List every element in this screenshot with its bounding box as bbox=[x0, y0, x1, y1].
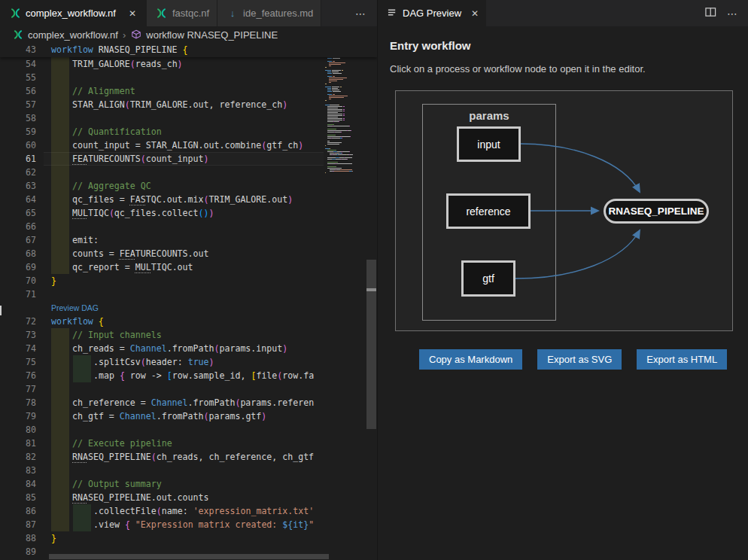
overview-ruler-cursor-mark bbox=[366, 288, 376, 291]
code-line[interactable]: 62 bbox=[0, 166, 324, 179]
code-line[interactable]: 59// Quantification bbox=[0, 125, 324, 138]
code-editor[interactable]: 43workflow RNASEQ_PIPELINE { 54TRIM_GALO… bbox=[0, 43, 377, 560]
code-line[interactable]: 66 bbox=[0, 220, 324, 233]
code-line[interactable]: 84// Output summary bbox=[0, 477, 324, 491]
dag-diagram: params input reference gtf RNASEQ_PIPELI… bbox=[395, 90, 733, 331]
codelens-preview-dag[interactable]: Preview DAG bbox=[51, 303, 99, 312]
panel-heading: Entry workflow bbox=[390, 39, 471, 52]
code-line[interactable]: 61FEATURECOUNTS(count_input) bbox=[0, 152, 324, 166]
breadcrumb: complex_workflow.nf › workflow RNASEQ_PI… bbox=[0, 26, 377, 43]
code-line[interactable]: 67emit: bbox=[0, 233, 324, 247]
export-button-row: Copy as Markdown Export as SVG Export as… bbox=[419, 349, 727, 370]
code-line[interactable]: 83 bbox=[0, 464, 324, 477]
breadcrumb-file[interactable]: complex_workflow.nf bbox=[12, 29, 118, 41]
copy-as-markdown-button[interactable]: Copy as Markdown bbox=[419, 349, 522, 370]
dag-node-gtf[interactable]: gtf bbox=[461, 260, 515, 297]
editor-tab-bar: complex_workflow.nf ✕ fastqc.nf ↓ ide_fe… bbox=[0, 0, 377, 26]
code-line[interactable]: 88} bbox=[0, 531, 324, 545]
code-line[interactable]: 77 bbox=[0, 382, 324, 396]
tab-fastqc[interactable]: fastqc.nf bbox=[147, 0, 217, 26]
code-line[interactable]: 79ch_gtf = Channel.fromPath(params.gtf) bbox=[0, 409, 324, 423]
panel-more-actions-icon[interactable]: ⋯ bbox=[727, 8, 738, 20]
tab-label: DAG Preview bbox=[403, 8, 461, 19]
code-line[interactable]: 68counts = FEATURECOUNTS.out bbox=[0, 247, 324, 260]
code-line[interactable]: 82RNASEQ_PIPELINE(ch_reads, ch_reference… bbox=[0, 450, 324, 464]
code-line[interactable]: 57STAR_ALIGN(TRIM_GALORE.out, reference_… bbox=[0, 98, 324, 111]
code-line[interactable]: 78ch_reference = Channel.fromPath(params… bbox=[0, 396, 324, 409]
panel-description: Click on a process or workflow node to o… bbox=[390, 63, 646, 75]
tab-close-icon[interactable]: ✕ bbox=[126, 8, 138, 19]
export-as-svg-button[interactable]: Export as SVG bbox=[537, 349, 622, 370]
dag-node-input[interactable]: input bbox=[457, 126, 521, 162]
code-line[interactable]: 58 bbox=[0, 111, 324, 125]
code-line[interactable]: 87.view { "Expression matrix created: ${… bbox=[0, 518, 324, 531]
code-line[interactable]: 72workflow { bbox=[0, 315, 324, 328]
code-line[interactable]: 85RNASEQ_PIPELINE.out.counts bbox=[0, 491, 324, 504]
code-line[interactable]: 64qc_files = FASTQC.out.mix(TRIM_GALORE.… bbox=[0, 193, 324, 206]
tab-close-icon[interactable]: ✕ bbox=[471, 8, 479, 19]
sticky-scroll-line[interactable]: 43workflow RNASEQ_PIPELINE { bbox=[0, 43, 377, 57]
code-line[interactable]: 69qc_report = MULTIQC.out bbox=[0, 260, 324, 274]
code-line[interactable]: 73// Input channels bbox=[0, 328, 324, 342]
dag-preview-panel: DAG Preview ✕ ⋯ Entry workflow Click on … bbox=[377, 0, 748, 560]
vertical-scrollbar[interactable] bbox=[366, 43, 377, 560]
horizontal-scrollbar[interactable] bbox=[49, 554, 329, 559]
code-line[interactable]: 71 bbox=[0, 288, 324, 301]
code-line[interactable]: 81// Execute pipeline bbox=[0, 437, 324, 450]
editor-more-actions-icon[interactable]: ⋯ bbox=[355, 8, 366, 20]
nextflow-icon bbox=[12, 29, 24, 41]
split-editor-icon[interactable] bbox=[705, 7, 716, 20]
code-line[interactable]: 76.map { row -> [row.sample_id, [file(ro… bbox=[0, 369, 324, 382]
code-line[interactable]: 63// Aggregate QC bbox=[0, 179, 324, 193]
code-line[interactable]: 55 bbox=[0, 71, 324, 84]
markdown-icon: ↓ bbox=[227, 8, 239, 20]
code-line[interactable]: 65MULTIQC(qc_files.collect()) bbox=[0, 206, 324, 220]
scrollbar-thumb[interactable] bbox=[366, 260, 376, 429]
code-line[interactable]: 70} bbox=[0, 274, 324, 288]
editor-group: complex_workflow.nf ✕ fastqc.nf ↓ ide_fe… bbox=[0, 0, 377, 560]
code-line[interactable]: 75.splitCsv(header: true) bbox=[0, 355, 324, 369]
dag-node-reference[interactable]: reference bbox=[446, 193, 531, 229]
code-line[interactable]: 80 bbox=[0, 423, 324, 437]
breadcrumb-symbol[interactable]: workflow RNASEQ_PIPELINE bbox=[130, 29, 278, 41]
code-line[interactable]: 60count_input = STAR_ALIGN.out.combine(g… bbox=[0, 138, 324, 152]
dag-preview-body: Entry workflow Click on a process or wor… bbox=[378, 26, 748, 560]
dag-node-rnaseq-pipeline[interactable]: RNASEQ_PIPELINE bbox=[604, 199, 709, 224]
code-line[interactable]: 54TRIM_GALORE(reads_ch) bbox=[0, 57, 324, 71]
minimap[interactable] bbox=[324, 43, 366, 560]
preview-lines-icon bbox=[388, 8, 397, 20]
tab-dag-preview[interactable]: DAG Preview ✕ bbox=[378, 0, 486, 26]
code-line[interactable]: 74ch_reads = Channel.fromPath(params.inp… bbox=[0, 342, 324, 355]
panel-tab-bar: DAG Preview ✕ ⋯ bbox=[378, 0, 748, 26]
tab-label: ide_features.md bbox=[243, 8, 313, 19]
breadcrumb-separator: › bbox=[123, 29, 126, 41]
symbol-module-icon bbox=[130, 29, 142, 41]
tab-label: complex_workflow.nf bbox=[26, 8, 116, 19]
nextflow-icon bbox=[9, 8, 21, 20]
tab-ide-features[interactable]: ↓ ide_features.md bbox=[217, 0, 321, 26]
code-line[interactable]: 56// Alignment bbox=[0, 84, 324, 98]
left-edge-artifact bbox=[0, 306, 2, 315]
tab-label: fastqc.nf bbox=[172, 8, 209, 19]
nextflow-icon bbox=[156, 8, 168, 20]
code-line[interactable]: 86.collectFile(name: 'expression_matrix.… bbox=[0, 504, 324, 518]
tab-complex-workflow[interactable]: complex_workflow.nf ✕ bbox=[0, 0, 147, 26]
export-as-html-button[interactable]: Export as HTML bbox=[637, 349, 727, 370]
vscode-window: complex_workflow.nf ✕ fastqc.nf ↓ ide_fe… bbox=[0, 0, 748, 560]
